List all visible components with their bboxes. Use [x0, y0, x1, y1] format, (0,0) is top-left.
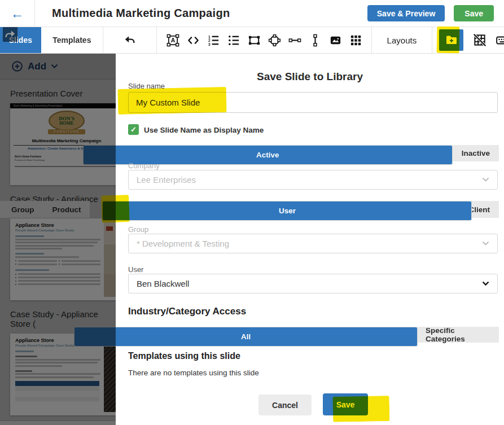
thumb-photo [104, 337, 116, 412]
save-slide-modal: Save Slide to Library Slide name ✓ Use S… [116, 54, 504, 425]
save-and-preview-button[interactable]: Save & Preview [367, 5, 445, 21]
group-select: * Development & Testing [128, 234, 498, 253]
check-icon: ✓ [130, 125, 137, 134]
save-to-library-button[interactable] [439, 29, 463, 51]
back-button[interactable]: ← [0, 0, 35, 27]
type-option-group[interactable]: Group [2, 201, 43, 218]
templates-empty-text: There are no templates using this slide [128, 369, 259, 377]
ellipse-shape-icon[interactable] [267, 33, 282, 47]
company-select: Lee Enterprises [128, 170, 498, 190]
chevron-down-icon [482, 281, 489, 286]
slide-status-toggle: Active Inactive [83, 145, 499, 161]
user-select[interactable]: Ben Blackwell [128, 274, 498, 293]
slide-thumbnail-case-study-1[interactable]: Appliance Store People Based Campaign Ca… [10, 218, 116, 300]
editor-toolbar: Slides Templates A 123 [0, 27, 504, 54]
company-label: Company [128, 161, 160, 170]
thumb-title: Appliance Store [15, 222, 100, 228]
grid-off-icon[interactable] [471, 32, 488, 49]
undo-icon[interactable] [122, 33, 137, 47]
back-arrow-icon: ← [11, 6, 24, 21]
rectangle-shape-icon[interactable] [247, 33, 261, 47]
dons-home-furniture-logo: DON'S HOME FURNITURE [46, 111, 87, 134]
categories-toggle: All Specific Categories [74, 327, 499, 343]
bullet-list-icon[interactable] [226, 33, 241, 47]
add-label: Add [28, 61, 46, 72]
horizontal-line-icon[interactable] [287, 33, 302, 47]
thumb-topbar-text: Don's Marketing & Advertising Presentati… [10, 103, 116, 108]
page-title: Multimedia Marketing Campaign [52, 7, 230, 20]
thumb-photo [104, 222, 116, 297]
thumb-subtitle: People Based Campaign Case Study [15, 229, 100, 232]
display-name-checkbox[interactable]: ✓ [128, 124, 139, 135]
modal-title: Save Slide to Library [116, 71, 504, 83]
chevron-down-icon [51, 64, 58, 69]
image-icon[interactable] [328, 33, 343, 47]
type-option-product[interactable]: Product [43, 201, 90, 218]
slide-name-label: Slide name [128, 82, 165, 90]
add-slide-button[interactable]: Add [0, 54, 116, 80]
vertical-line-icon[interactable] [308, 33, 322, 47]
slides-sidebar: Add Presentation Cover Don's Marketing &… [0, 54, 116, 425]
slide-thumbnail-cover[interactable]: Don's Marketing & Advertising Presentati… [10, 103, 116, 185]
plus-circle-icon [11, 60, 23, 72]
chevron-down-icon [482, 241, 489, 246]
industry-access-heading: Industry/Category Access [128, 306, 246, 317]
modal-save-button[interactable]: Save [323, 393, 368, 415]
user-label: User [128, 265, 143, 274]
chevron-down-icon [482, 177, 489, 182]
cancel-button[interactable]: Cancel [258, 395, 312, 415]
categories-option-specific[interactable]: Specific Categories [418, 327, 499, 343]
slide-name-input[interactable] [128, 92, 498, 113]
type-option-user[interactable]: User [102, 201, 472, 221]
slide-type-toggle: Company Group Product User Client [0, 201, 499, 218]
slide-section-label: Case Study - Appliance Store ( [10, 309, 116, 328]
status-option-inactive[interactable]: Inactive [453, 145, 499, 161]
svg-text:A: A [170, 37, 175, 43]
display-name-checkbox-label: Use Slide Name as Display Name [144, 126, 264, 134]
code-icon[interactable] [186, 33, 200, 47]
categories-option-all[interactable]: All [74, 327, 418, 347]
tab-slides[interactable]: Slides [0, 27, 41, 53]
app-header: ← Multimedia Marketing Campaign Save & P… [0, 0, 504, 27]
layouts-button[interactable]: Layouts [372, 27, 431, 53]
header-save-button[interactable]: Save [454, 5, 494, 21]
keyboard-icon[interactable] [496, 33, 504, 47]
tab-templates[interactable]: Templates [41, 27, 103, 53]
folder-plus-icon [445, 33, 458, 47]
svg-text:3: 3 [208, 42, 211, 46]
ordered-list-icon[interactable]: 123 [206, 33, 221, 47]
grid-icon[interactable] [348, 33, 363, 47]
slide-section-label: Presentation Cover [10, 89, 116, 98]
text-box-icon[interactable]: A [165, 33, 180, 47]
group-label: Group [128, 225, 148, 234]
thumb-table [15, 381, 99, 401]
templates-heading: Templates using this slide [128, 351, 240, 361]
